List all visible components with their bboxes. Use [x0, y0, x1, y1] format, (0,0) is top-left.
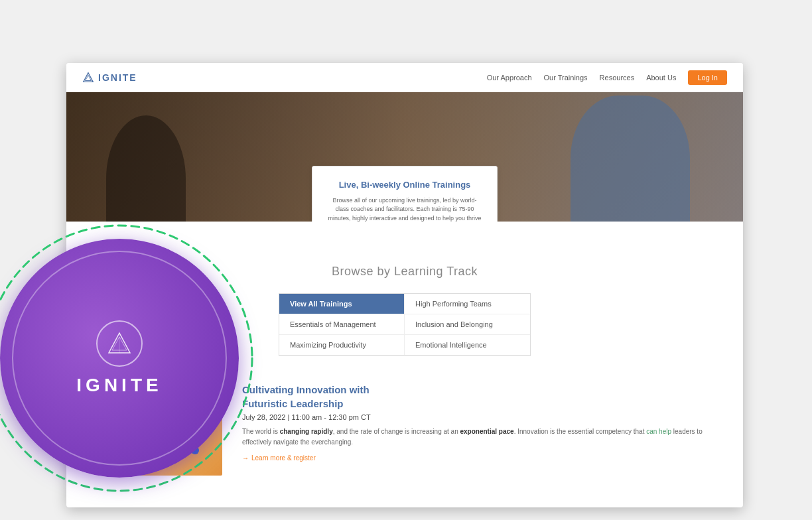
browse-item-inclusion[interactable]: Inclusion and Belonging — [405, 314, 530, 335]
ignite-purple-circle: IGNITE — [0, 239, 239, 478]
browse-item-hpt[interactable]: High Performing Teams — [405, 294, 530, 314]
nav-link-resources[interactable]: Resources — [600, 74, 635, 82]
nav-link-approach[interactable]: Our Approach — [487, 74, 532, 82]
event-title: Cultivating Innovation with Futuristic L… — [242, 383, 703, 411]
login-button[interactable]: Log In — [688, 70, 727, 85]
browse-grid: View All Trainings High Performing Teams… — [279, 293, 531, 356]
logo-text: IGNITE — [98, 72, 137, 83]
event-text: Cultivating Innovation with Futuristic L… — [242, 383, 703, 476]
hero-image: Live, Bi-weekly Online Trainings Browse … — [66, 92, 743, 222]
navbar: IGNITE Our Approach Our Trainings Resour… — [66, 63, 743, 92]
nav-logo[interactable]: IGNITE — [82, 72, 137, 84]
nav-links: Our Approach Our Trainings Resources Abo… — [487, 70, 727, 85]
inner-border — [12, 251, 227, 466]
event-desc-highlight: can help — [646, 428, 671, 435]
nav-link-about[interactable]: About Us — [646, 74, 676, 82]
browse-item-ei[interactable]: Emotional Intelligence — [405, 335, 530, 356]
browse-item-all[interactable]: View All Trainings — [279, 294, 405, 314]
nav-link-trainings[interactable]: Our Trainings — [544, 74, 588, 82]
training-card: Live, Bi-weekly Online Trainings Browse … — [312, 166, 498, 222]
logo-icon — [82, 72, 94, 84]
hero-person-right — [571, 96, 690, 222]
event-desc-bold1: changing rapidly — [280, 428, 333, 435]
ignite-overlay: IGNITE — [0, 219, 259, 497]
training-card-title: Live, Bi-weekly Online Trainings — [327, 180, 482, 190]
browse-item-management[interactable]: Essentials of Management — [279, 314, 405, 335]
training-card-body-text: Browse all of our upcoming live training… — [328, 197, 481, 222]
learn-more-link[interactable]: Learn more & register — [242, 454, 703, 462]
browse-item-productivity[interactable]: Maximizing Productivity — [279, 335, 405, 356]
event-desc-bold2: exponential pace — [460, 428, 514, 435]
training-card-body: Browse all of our upcoming live training… — [327, 196, 482, 222]
event-title-line1: Cultivating Innovation with — [242, 384, 370, 395]
event-description: The world is changing rapidly, and the r… — [242, 426, 703, 448]
event-date: July 28, 2022 | 11:00 am - 12:30 pm CT — [242, 413, 703, 421]
